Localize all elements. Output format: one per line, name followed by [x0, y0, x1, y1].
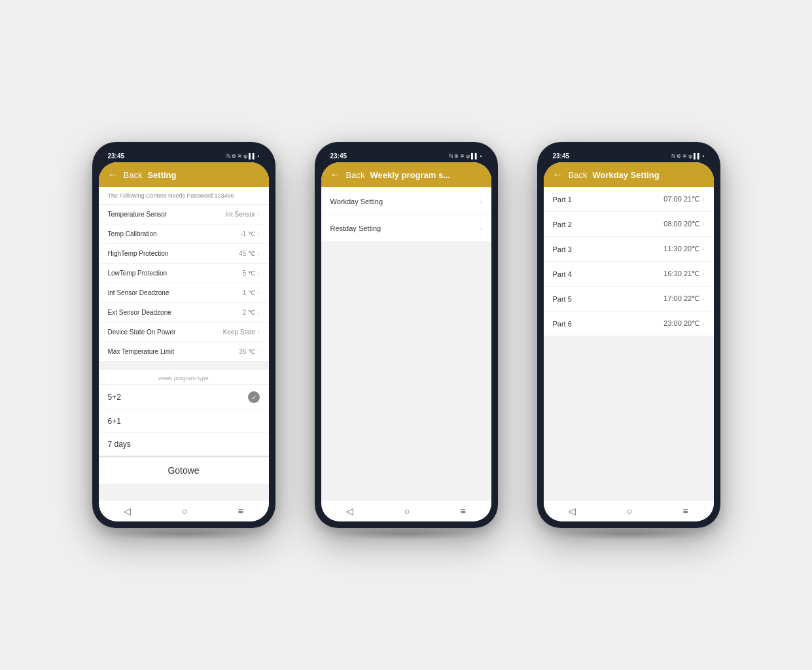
chevron-icon: ›: [480, 225, 482, 232]
phone-2: 23:45 ℕ ⊛ ≋ ψ ▌▌ ▪ ← Back Weekly program…: [315, 142, 498, 528]
menu-nav-1[interactable]: ≡: [238, 506, 243, 516]
menu-item-label: Workday Setting: [330, 198, 383, 205]
week-program-title: week program type: [99, 370, 269, 385]
menu-item[interactable]: Restday Setting ›: [321, 215, 491, 242]
setting-row[interactable]: Int Sensor Deadzone 1 ℃ ›: [99, 283, 269, 303]
back-button-1[interactable]: ←: [108, 169, 118, 181]
part-row[interactable]: Part 1 07:00 21℃ ›: [544, 187, 714, 212]
chevron-icon: ›: [702, 270, 704, 277]
program-option[interactable]: 5+2 ✓: [99, 385, 269, 410]
phones-container: 23:45 ℕ ⊛ ≋ ψ ▌▌ ▪ ← ← Back Back Setting…: [92, 142, 720, 528]
phone-inner-2: ← Back Weekly program s... Workday Setti…: [321, 162, 491, 521]
chevron-icon: ›: [257, 250, 259, 257]
setting-row[interactable]: LowTemp Protection 5 ℃ ›: [99, 264, 269, 283]
setting-value: 45 ℃ ›: [239, 250, 259, 257]
part-row[interactable]: Part 6 23:00 20℃ ›: [544, 311, 714, 336]
gotowe-button[interactable]: Gotowe: [99, 456, 269, 484]
signal-icons-1: ℕ ⊛ ≋ ψ ▌▌ ▪: [226, 153, 260, 159]
part-value: 17:00 22℃ ›: [663, 294, 704, 303]
phone-1: 23:45 ℕ ⊛ ≋ ψ ▌▌ ▪ ← ← Back Back Setting…: [92, 142, 275, 528]
setting-label: HighTemp Protection: [108, 250, 169, 257]
setting-row[interactable]: Ext Sensor Deadzone 2 ℃ ›: [99, 303, 269, 323]
menu-list: Workday Setting ›Restday Setting ›: [321, 188, 491, 242]
status-icons-1: ℕ ⊛ ≋ ψ ▌▌ ▪: [226, 153, 260, 159]
part-row[interactable]: Part 4 16:30 21℃ ›: [544, 262, 714, 287]
chevron-icon: ›: [702, 220, 704, 228]
program-option-label: 5+2: [108, 393, 121, 402]
setting-value: 1 ℃ ›: [243, 289, 260, 296]
chevron-icon: ›: [702, 196, 704, 203]
chevron-icon: ›: [257, 230, 259, 238]
part-value: 07:00 21℃ ›: [663, 195, 704, 203]
setting-row[interactable]: HighTemp Protection 45 ℃ ›: [99, 244, 269, 264]
setting-value: Int Sensor ›: [226, 211, 260, 218]
part-row[interactable]: Part 3 11:30 20℃ ›: [544, 237, 714, 262]
status-icons-3: ℕ ⊛ ≋ ψ ▌▌ ▪: [671, 153, 705, 159]
back-nav-2[interactable]: ◁: [346, 506, 353, 516]
home-nav-2[interactable]: ○: [404, 506, 410, 516]
program-option-label: 7 days: [108, 440, 131, 449]
part-value: 11:30 20℃ ›: [663, 245, 704, 253]
time-3: 23:45: [553, 152, 570, 160]
chevron-icon: ›: [257, 270, 259, 277]
app-header-3: ← Back Workday Setting: [544, 162, 714, 187]
setting-label: Temp Calibration: [108, 230, 157, 238]
parts-list: Part 1 07:00 21℃ ›Part 2 08:00 20℃ ›Part…: [544, 187, 714, 336]
program-option[interactable]: 7 days: [99, 433, 269, 456]
setting-title-2: Weekly program s...: [370, 170, 450, 180]
app-content-3: Part 1 07:00 21℃ ›Part 2 08:00 20℃ ›Part…: [544, 187, 714, 500]
back-label-1: Back: [124, 170, 143, 180]
phone-inner-3: ← Back Workday Setting Part 1 07:00 21℃ …: [544, 162, 714, 521]
home-nav-3[interactable]: ○: [627, 506, 632, 516]
menu-nav-3[interactable]: ≡: [683, 506, 688, 516]
part-name: Part 1: [553, 196, 572, 203]
status-bar-1: 23:45 ℕ ⊛ ≋ ψ ▌▌ ▪: [99, 149, 269, 162]
home-nav-1[interactable]: ○: [182, 506, 187, 516]
password-notice: The Following Content Needs Password:123…: [99, 187, 269, 205]
nav-bar-3: ◁ ○ ≡: [544, 500, 714, 521]
part-name: Part 6: [553, 320, 572, 328]
back-nav-1[interactable]: ◁: [124, 506, 131, 516]
setting-row[interactable]: Temperature Sensor Int Sensor ›: [99, 205, 269, 224]
setting-title-1: Setting: [147, 170, 176, 180]
chevron-icon: ›: [702, 245, 704, 253]
nav-bar-2: ◁ ○ ≡: [321, 500, 491, 521]
setting-row[interactable]: Temp Calibration -1 ℃ ›: [99, 224, 269, 244]
part-row[interactable]: Part 5 17:00 22℃ ›: [544, 287, 714, 311]
phone-3: 23:45 ℕ ⊛ ≋ ψ ▌▌ ▪ ← Back Workday Settin…: [537, 142, 720, 528]
chevron-icon: ›: [702, 295, 704, 302]
setting-value: 2 ℃ ›: [243, 309, 260, 316]
chevron-icon: ›: [257, 309, 259, 316]
menu-item[interactable]: Workday Setting ›: [321, 188, 491, 215]
program-option[interactable]: 6+1: [99, 410, 269, 433]
time-1: 23:45: [108, 152, 125, 160]
part-name: Part 5: [553, 295, 572, 303]
part-value: 08:00 20℃ ›: [663, 220, 704, 228]
setting-row[interactable]: Max Temperature Limit 35 ℃ ›: [99, 342, 269, 362]
app-header-1: ← ← Back Back Setting: [99, 162, 269, 187]
back-label-3: Back: [569, 170, 588, 180]
setting-value: 35 ℃ ›: [239, 348, 259, 355]
part-row[interactable]: Part 2 08:00 20℃ ›: [544, 212, 714, 237]
setting-label: Ext Sensor Deadzone: [108, 309, 171, 316]
part-name: Part 4: [553, 270, 572, 278]
signal-icons-2: ℕ ⊛ ≋ ψ ▌▌ ▪: [449, 153, 482, 159]
setting-label: Temperature Sensor: [108, 211, 168, 218]
part-value: 23:00 20℃ ›: [663, 319, 704, 328]
app-header-2: ← Back Weekly program s...: [321, 162, 491, 187]
back-button-3[interactable]: ←: [553, 169, 563, 181]
setting-label: Int Sensor Deadzone: [108, 289, 169, 296]
settings-list: Temperature Sensor Int Sensor ›Temp Cali…: [99, 205, 269, 362]
setting-row[interactable]: Device State On Power Keep State ›: [99, 323, 269, 342]
chevron-icon: ›: [257, 211, 259, 218]
program-option-label: 6+1: [108, 417, 121, 426]
back-nav-3[interactable]: ◁: [569, 506, 576, 516]
chevron-icon: ›: [257, 348, 259, 355]
status-bar-3: 23:45 ℕ ⊛ ≋ ψ ▌▌ ▪: [544, 149, 714, 162]
setting-value: Keep State ›: [223, 328, 260, 336]
chevron-icon: ›: [702, 320, 704, 327]
back-button-2[interactable]: ←: [330, 169, 341, 181]
status-bar-2: 23:45 ℕ ⊛ ≋ ψ ▌▌ ▪: [321, 149, 491, 162]
setting-title-3: Workday Setting: [592, 170, 659, 180]
menu-nav-2[interactable]: ≡: [461, 506, 466, 516]
